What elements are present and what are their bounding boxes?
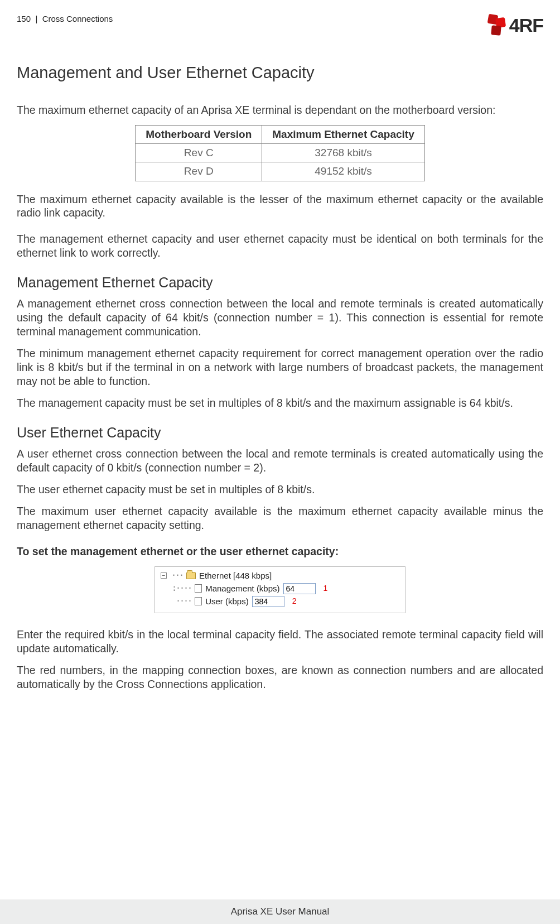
tree-line: :···· bbox=[172, 583, 191, 594]
brand-text: 4RF bbox=[509, 13, 543, 38]
body-text: The maximum ethernet capacity available … bbox=[17, 192, 543, 220]
body-text: A user ethernet cross connection between… bbox=[17, 447, 543, 475]
user-label: User (kbps) bbox=[205, 596, 249, 607]
page-number: 150 bbox=[17, 14, 31, 23]
page-footer: Aprisa XE User Manual bbox=[0, 899, 560, 924]
body-text: A management ethernet cross connection b… bbox=[17, 297, 543, 339]
ui-screenshot: − ··· Ethernet [448 kbps] :···· Manageme… bbox=[155, 566, 405, 613]
body-text: The user ethernet capacity must be set i… bbox=[17, 483, 543, 497]
page-title: Management and User Ethernet Capacity bbox=[17, 62, 543, 83]
user-input[interactable] bbox=[252, 596, 284, 607]
table-row: Rev D 49152 kbit/s bbox=[136, 162, 425, 181]
document-icon bbox=[195, 597, 202, 605]
header-breadcrumb: 150 | Cross Connections bbox=[17, 13, 113, 24]
logo-squares-icon bbox=[481, 15, 506, 37]
page-header: 150 | Cross Connections 4RF bbox=[17, 13, 543, 38]
section-heading: User Ethernet Capacity bbox=[17, 424, 543, 441]
tree-line: ···· bbox=[172, 596, 191, 607]
body-text: The management capacity must be set in m… bbox=[17, 396, 543, 410]
howto-heading: To set the management ethernet or the us… bbox=[17, 545, 543, 559]
tree-line: ··· bbox=[171, 570, 183, 581]
intro-text: The maximum ethernet capacity of an Apri… bbox=[17, 103, 543, 117]
tree-user-row[interactable]: ···· User (kbps) 2 bbox=[172, 596, 399, 607]
cell-revc-cap: 32768 kbit/s bbox=[262, 143, 424, 162]
cell-revd: Rev D bbox=[136, 162, 262, 181]
body-text: The management ethernet capacity and use… bbox=[17, 232, 543, 260]
cell-revd-cap: 49152 kbit/s bbox=[262, 162, 424, 181]
cell-revc: Rev C bbox=[136, 143, 262, 162]
body-text: The maximum user ethernet capacity avail… bbox=[17, 504, 543, 532]
mgmt-conn-number: 1 bbox=[324, 584, 328, 594]
document-icon bbox=[195, 584, 202, 593]
th-capacity: Maximum Ethernet Capacity bbox=[262, 125, 424, 143]
body-text: The red numbers, in the mapping connecti… bbox=[17, 663, 543, 691]
body-text: The minimum management ethernet capacity… bbox=[17, 346, 543, 388]
collapse-icon[interactable]: − bbox=[161, 572, 167, 579]
section-heading: Management Ethernet Capacity bbox=[17, 273, 543, 291]
table-row: Rev C 32768 kbit/s bbox=[136, 143, 425, 162]
folder-icon bbox=[186, 572, 196, 579]
section-title: Cross Connections bbox=[42, 14, 113, 23]
capacity-table: Motherboard Version Maximum Ethernet Cap… bbox=[135, 125, 425, 181]
brand-logo: 4RF bbox=[481, 13, 543, 38]
user-conn-number: 2 bbox=[292, 596, 297, 607]
tree-root-row[interactable]: − ··· Ethernet [448 kbps] bbox=[161, 570, 399, 581]
ethernet-root-label: Ethernet [448 kbps] bbox=[199, 570, 272, 581]
footer-text: Aprisa XE User Manual bbox=[231, 906, 330, 918]
th-motherboard: Motherboard Version bbox=[136, 125, 262, 143]
tree-mgmt-row[interactable]: :···· Management (kbps) 1 bbox=[172, 583, 399, 594]
separator: | bbox=[35, 14, 37, 23]
body-text: Enter the required kbit/s in the local t… bbox=[17, 628, 543, 656]
mgmt-input[interactable] bbox=[283, 583, 316, 594]
mgmt-label: Management (kbps) bbox=[205, 583, 279, 594]
